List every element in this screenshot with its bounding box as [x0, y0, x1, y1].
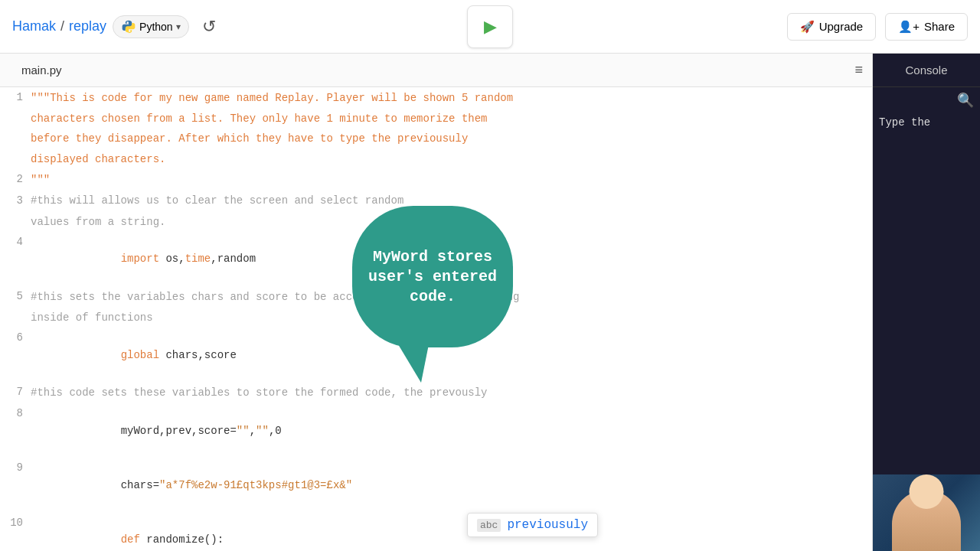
string-span: ""	[237, 425, 250, 437]
line-number: 4	[0, 232, 31, 286]
run-button[interactable]: ▶	[467, 5, 513, 48]
table-row: 7 #this code sets these variables to sto…	[0, 382, 872, 403]
line-content: #this sets the variables chars and score…	[31, 286, 872, 308]
table-row: values from a string.	[0, 212, 872, 232]
line-content: def randomize():	[31, 513, 872, 551]
line-number: 2	[0, 169, 31, 191]
line-content: myWord,prev,score="","",0	[31, 403, 872, 458]
line-content: #this will allows us to clear the screen…	[31, 191, 872, 212]
run-icon: ▶	[484, 17, 497, 37]
breadcrumb-user[interactable]: Hamak	[12, 18, 56, 34]
line-number: 6	[0, 328, 31, 382]
breadcrumb-separator: /	[60, 18, 64, 34]
line-number	[0, 109, 31, 129]
line-content: """This is code for my new game named Re…	[31, 87, 872, 109]
keyword-span: def	[121, 533, 140, 546]
upgrade-label: Upgrade	[819, 20, 864, 33]
table-row: 9 chars="a*7f%e2w-91£qt3kps#gt1@3=£x&"	[0, 458, 872, 512]
keyword-span: time	[185, 253, 211, 265]
editor-panel: main.py ≡ 1 """This is code for my new g…	[0, 54, 873, 551]
code-span: os,	[159, 253, 185, 265]
console-body: 🔍 Type the	[873, 87, 980, 551]
line-content: import os,time,random	[31, 232, 872, 286]
search-icon[interactable]: 🔍	[957, 92, 974, 109]
code-span: ,	[250, 425, 256, 437]
line-content: before they disappear. After which they …	[31, 129, 872, 148]
line-content: displayed characters.	[31, 149, 872, 169]
table-row: 5 #this sets the variables chars and sco…	[0, 286, 872, 308]
autocomplete-suggestion: previousuly	[507, 518, 588, 532]
table-row: 3 #this will allows us to clear the scre…	[0, 191, 872, 212]
code-span: ,random	[211, 253, 256, 265]
code-span: chars=	[121, 479, 159, 491]
editor-menu-icon[interactable]: ≡	[854, 62, 863, 78]
line-number: 3	[0, 191, 31, 212]
share-icon: 👤+	[898, 20, 920, 34]
main-area: main.py ≡ 1 """This is code for my new g…	[0, 54, 980, 551]
line-number	[0, 212, 31, 232]
table-row: 1 """This is code for my new game named …	[0, 87, 872, 109]
line-content: """	[31, 169, 872, 191]
code-span: randomize():	[140, 533, 224, 546]
string-span: "a*7f%e2w-91£qt3kps#gt1@3=£x&"	[159, 479, 352, 491]
console-toolbar: 🔍	[873, 87, 980, 113]
main-py-tab[interactable]: main.py	[9, 57, 74, 83]
header-center: ▶	[467, 5, 513, 48]
line-content: #this code sets these variables to store…	[31, 382, 872, 403]
table-row: 10 def randomize():	[0, 513, 872, 551]
code-editor[interactable]: 1 """This is code for my new game named …	[0, 87, 872, 551]
console-prompt-text: Type the	[873, 113, 980, 132]
code-span: myWord,prev,score=	[121, 425, 237, 437]
share-button[interactable]: 👤+ Share	[885, 13, 968, 41]
code-table: 1 """This is code for my new game named …	[0, 87, 872, 551]
table-row: 6 global chars,score	[0, 328, 872, 382]
table-row: 8 myWord,prev,score="","",0	[0, 403, 872, 458]
line-number: 9	[0, 458, 31, 512]
header: Hamak / replay Python ▾ ↺ ▶ 🚀 Upgrade 👤+…	[0, 0, 980, 54]
line-number	[0, 149, 31, 169]
string-span: ""	[256, 425, 269, 437]
table-row: characters chosen from a list. They only…	[0, 109, 872, 129]
line-number: 8	[0, 403, 31, 458]
editor-tab-bar: main.py ≡	[0, 54, 872, 87]
line-number: 10	[0, 513, 31, 551]
rocket-icon: 🚀	[800, 20, 815, 34]
code-span: ,0	[269, 425, 282, 437]
console-panel: Console 🔍 Type the	[873, 54, 980, 551]
undo-button[interactable]: ↺	[195, 13, 223, 41]
line-content: inside of functions	[31, 308, 872, 328]
keyword-span: import	[121, 253, 159, 265]
keyword-span: global	[121, 349, 159, 361]
header-left: Hamak / replay Python ▾ ↺	[12, 13, 467, 41]
header-right: 🚀 Upgrade 👤+ Share	[513, 13, 968, 41]
python-badge[interactable]: Python ▾	[113, 15, 189, 38]
line-number: 1	[0, 87, 31, 109]
console-header: Console	[873, 54, 980, 87]
line-number	[0, 129, 31, 148]
line-number: 7	[0, 382, 31, 403]
console-title: Console	[905, 64, 947, 77]
breadcrumb: Hamak / replay	[12, 18, 106, 34]
upgrade-button[interactable]: 🚀 Upgrade	[787, 13, 877, 41]
autocomplete-type-icon: abc	[477, 519, 501, 532]
line-content: chars="a*7f%e2w-91£qt3kps#gt1@3=£x&"	[31, 458, 872, 512]
table-row: before they disappear. After which they …	[0, 129, 872, 148]
breadcrumb-repo[interactable]: replay	[69, 18, 106, 34]
share-label: Share	[924, 20, 955, 33]
code-span: chars,score	[159, 349, 237, 361]
tab-label: main.py	[21, 64, 62, 77]
line-content: global chars,score	[31, 328, 872, 382]
table-row: 2 """	[0, 169, 872, 191]
table-row: 4 import os,time,random	[0, 232, 872, 286]
python-label: Python	[139, 21, 173, 33]
line-content: values from a string.	[31, 212, 872, 232]
line-number: 5	[0, 286, 31, 308]
line-number	[0, 308, 31, 328]
python-icon	[121, 19, 136, 34]
video-thumbnail	[873, 474, 980, 551]
table-row: inside of functions	[0, 308, 872, 328]
table-row: displayed characters.	[0, 149, 872, 169]
line-content: characters chosen from a list. They only…	[31, 109, 872, 129]
video-person-face	[910, 474, 944, 509]
autocomplete-popup[interactable]: abc previousuly	[467, 513, 598, 537]
